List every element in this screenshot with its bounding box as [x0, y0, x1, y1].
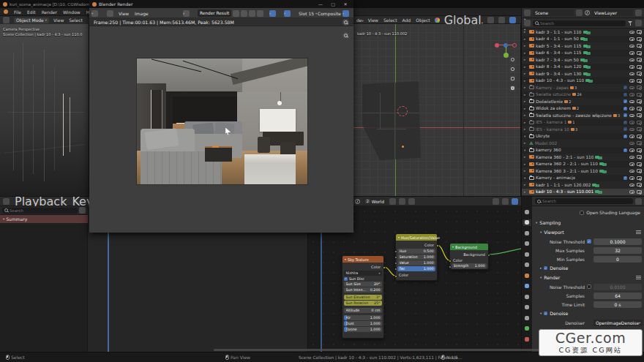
- snap-icon[interactable]: [493, 198, 499, 205]
- viewport-3d-mid[interactable]: kadr 10 - 4:3 - sun 110.002: [353, 24, 521, 196]
- denoiser-dropdown[interactable]: OpenImageDenoise: [594, 320, 643, 326]
- disclosure-arrow-icon[interactable]: [524, 141, 528, 145]
- outliner-row[interactable]: Ukryte ✓: [522, 133, 644, 140]
- disclosure-arrow-icon[interactable]: [524, 121, 528, 124]
- render-visibility-icon[interactable]: [637, 72, 642, 75]
- outliner-row[interactable]: Kamery - animacje ✓: [522, 175, 644, 182]
- tab-material[interactable]: [523, 336, 531, 342]
- tab-output[interactable]: [523, 230, 531, 236]
- outliner-row[interactable]: kadr 10 - 4:3 - sun 110 ✓: [522, 78, 644, 85]
- disclosure-arrow-icon[interactable]: [524, 58, 528, 61]
- viewport-menu-item[interactable]: View: [53, 18, 64, 23]
- visibility-eye-icon[interactable]: [629, 31, 634, 34]
- render-visibility-icon[interactable]: [637, 79, 642, 83]
- node-background[interactable]: Background Background Color Strength 1.0…: [449, 243, 489, 270]
- collection-checkbox[interactable]: ✓: [624, 93, 627, 97]
- shield-fake-user-icon[interactable]: [389, 198, 396, 205]
- collection-checkbox[interactable]: ✓: [624, 127, 627, 131]
- node-field[interactable]: Sun Size 20°: [344, 282, 382, 287]
- property-row[interactable]: Time Limit 0 s: [535, 300, 642, 309]
- disclosure-arrow-icon[interactable]: [524, 44, 528, 48]
- tab-world[interactable]: [523, 262, 531, 268]
- disclosure-arrow-icon[interactable]: [524, 72, 528, 75]
- tab-tool[interactable]: [523, 208, 531, 215]
- overlay-dropdown-icon[interactable]: [502, 198, 509, 205]
- outliner-row[interactable]: kadr 1 - 1:1 - sun 120.002 ✓: [522, 181, 644, 189]
- render-visibility-icon[interactable]: [637, 44, 642, 48]
- outliner-row[interactable]: Kamera 360 3 - 2:1 - sun 110 ✓: [522, 167, 644, 175]
- outliner-row[interactable]: Kamery - zapas 3 ✓: [522, 84, 644, 91]
- render-visibility-icon[interactable]: [637, 86, 642, 89]
- sampling-section-header[interactable]: ▾Sampling: [535, 218, 642, 227]
- disclosure-arrow-icon[interactable]: [524, 183, 528, 186]
- render-visibility-icon[interactable]: [637, 93, 642, 97]
- visibility-eye-icon[interactable]: [629, 184, 634, 187]
- menu-item[interactable]: Window: [63, 10, 80, 15]
- node-field[interactable]: Ozone 1.000: [344, 327, 382, 332]
- view-transform-icon[interactable]: [284, 10, 291, 17]
- outliner-row[interactable]: kadr 9 - 3:4 - sun 130 ✓: [522, 70, 644, 78]
- mode-dropdown-tail[interactable]: de: [356, 18, 364, 23]
- visibility-eye-icon[interactable]: [629, 79, 634, 83]
- outliner-row[interactable]: kadr 5 - 3:4 - sun 115 ✓: [522, 42, 644, 50]
- visibility-eye-icon[interactable]: [629, 93, 634, 97]
- zoom-icon[interactable]: [509, 56, 516, 63]
- node-field[interactable]: Fac 1.000: [397, 266, 435, 271]
- collection-checkbox[interactable]: ✓: [624, 107, 627, 110]
- render-visibility-icon[interactable]: [637, 99, 642, 103]
- disclosure-arrow-icon[interactable]: [524, 162, 528, 166]
- socket-color-out[interactable]: [436, 244, 439, 247]
- socket-color-out[interactable]: [383, 266, 386, 269]
- panel-menu-icon[interactable]: [636, 276, 641, 279]
- visibility-eye-icon[interactable]: [629, 37, 634, 41]
- osl-checkbox[interactable]: [580, 211, 584, 215]
- socket-hue-in[interactable]: [394, 250, 397, 253]
- unlink-icon[interactable]: [576, 10, 583, 16]
- collection-checkbox[interactable]: ✓: [624, 176, 627, 180]
- viewport-menu-item[interactable]: Select: [69, 18, 83, 23]
- disclosure-arrow-icon[interactable]: [524, 86, 528, 89]
- denoise-checkbox[interactable]: ✓: [544, 312, 547, 315]
- menu-item[interactable]: Edit: [27, 10, 36, 15]
- render-visibility-icon[interactable]: [637, 190, 642, 194]
- tab-view-layer[interactable]: [523, 241, 531, 247]
- render-visibility-icon[interactable]: [637, 113, 642, 117]
- outliner-row[interactable]: Doświetlenie 2 ✓: [522, 98, 644, 105]
- filter-toggle-icon[interactable]: [79, 207, 86, 214]
- disclosure-arrow-icon[interactable]: [524, 65, 528, 69]
- view-menu[interactable]: View: [119, 10, 129, 17]
- node-field[interactable]: Sun Inten… 0.200: [344, 287, 382, 293]
- collection-checkbox[interactable]: ✓: [624, 148, 627, 152]
- outliner-row[interactable]: Kamera 360 - 2:1 - sun 110 ✓: [522, 154, 644, 161]
- visibility-eye-icon[interactable]: [629, 86, 634, 90]
- disclosure-arrow-icon[interactable]: [524, 30, 528, 34]
- render-visibility-icon[interactable]: [637, 155, 642, 159]
- tab-constraints[interactable]: [523, 314, 531, 321]
- render-window-titlebar[interactable]: Blender Render — ▢ ✕: [89, 0, 353, 8]
- visibility-eye-icon[interactable]: [629, 156, 634, 159]
- visibility-eye-icon[interactable]: [629, 148, 634, 152]
- editor-type-icon[interactable]: [91, 10, 98, 17]
- node-field[interactable]: Dust 1.000: [344, 321, 382, 326]
- visibility-eye-icon[interactable]: [629, 128, 634, 132]
- render-visibility-icon[interactable]: [637, 127, 642, 131]
- socket-fac-in[interactable]: [394, 268, 397, 271]
- pan-hand-icon[interactable]: [509, 66, 516, 72]
- disclosure-arrow-icon[interactable]: [524, 176, 528, 180]
- tab-data[interactable]: [523, 325, 531, 332]
- property-row[interactable]: Max Samples ✓ 32: [535, 246, 642, 254]
- scene-icon[interactable]: [524, 10, 531, 16]
- visibility-eye-icon[interactable]: [629, 162, 634, 166]
- visibility-eye-icon[interactable]: [629, 114, 634, 118]
- denoise-checkbox[interactable]: ✓: [544, 266, 547, 270]
- outliner-row[interactable]: IES - kamera 10 3 ✓: [522, 126, 644, 133]
- tab-scene[interactable]: [523, 251, 531, 257]
- collection-checkbox[interactable]: ✓: [624, 135, 627, 138]
- visibility-eye-icon[interactable]: [629, 45, 634, 48]
- property-row[interactable]: Samples 64: [535, 291, 642, 300]
- viewport-menu-item[interactable]: View: [368, 18, 378, 23]
- visibility-eye-icon[interactable]: [629, 170, 634, 173]
- outliner-row[interactable]: kadr 6 - 3:4 - sun 115 ✓: [522, 50, 644, 57]
- display-mode-icon[interactable]: [524, 20, 531, 26]
- disclosure-arrow-icon[interactable]: [524, 99, 528, 103]
